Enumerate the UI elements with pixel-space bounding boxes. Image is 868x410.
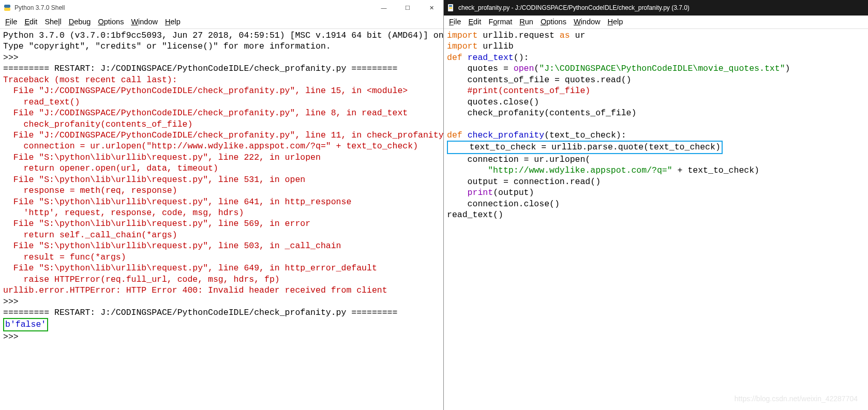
code-text: )	[785, 64, 790, 73]
code-text: urllib	[477, 41, 513, 51]
shell-output: b'false'	[5, 320, 46, 329]
close-button[interactable]: ✕	[420, 0, 443, 16]
code-text: + text_to_check)	[672, 165, 759, 175]
code-text: check_profanity(contents_of_file)	[447, 108, 636, 118]
window-controls: — ☐ ✕	[372, 0, 443, 16]
traceback-head: Traceback (most recent call last):	[3, 75, 177, 85]
code-text: connection = ur.urlopen(	[447, 155, 590, 164]
kw-import: import	[447, 41, 477, 51]
menu-file[interactable]: File	[449, 18, 461, 26]
shell-header-1: Python 3.7.0 (v3.7.0:1bf9cc5093, Jun 27 …	[3, 31, 443, 40]
svg-rect-0	[4, 5, 10, 8]
tb-4b: return opener.open(url, data, timeout)	[3, 163, 218, 173]
code-text: quotes =	[447, 64, 514, 73]
fn-check: check_profanity	[468, 130, 545, 140]
code-text: text_to_check = urllib.parse.quote(text_…	[449, 142, 721, 152]
code-text: ur	[570, 31, 586, 40]
restart-line: ========= RESTART: J:/CODINGSPACE/Python…	[3, 64, 397, 73]
tb-9a: File "S:\python\lib\urllib\request.py", …	[3, 263, 377, 273]
editor-window: check_profanity.py - J:/CODINGSPACE/Pyth…	[444, 0, 868, 410]
tb-6b: 'http', request, response, code, msg, hd…	[3, 208, 244, 218]
tb-3b: connection = ur.urlopen("http://www.wdyl…	[3, 141, 418, 151]
comment: #print(contents_of_file)	[447, 86, 590, 96]
code-text	[447, 188, 468, 198]
bi-print: print	[468, 188, 493, 198]
tb-1b: read_text()	[3, 97, 80, 107]
menu-shell[interactable]: Shell	[44, 18, 61, 26]
str-path: "J:\CODINGSPACE\PythonCodeIDLE\movie_quo…	[539, 64, 785, 73]
svg-rect-1	[4, 8, 10, 11]
minimize-button[interactable]: —	[372, 0, 396, 16]
highlighted-line: text_to_check = urllib.parse.quote(text_…	[447, 141, 723, 154]
editor-titlebar[interactable]: check_profanity.py - J:/CODINGSPACE/Pyth…	[444, 0, 868, 16]
menu-options[interactable]: Options	[98, 18, 124, 26]
tb-8a: File "S:\python\lib\urllib\request.py", …	[3, 241, 341, 251]
shell-prompt: >>>	[3, 53, 24, 63]
code-text: connection.close()	[447, 199, 560, 209]
tb-7b: return self._call_chain(*args)	[3, 230, 177, 240]
tb-1a: File "J:/CODINGSPACE/PythonCodeIDLE/chec…	[3, 86, 408, 96]
code-text: (	[534, 64, 539, 73]
shell-header-2: Type "copyright", "credits" or "license(…	[3, 41, 331, 51]
shell-titlebar[interactable]: Python 3.7.0 Shell — ☐ ✕	[0, 0, 443, 16]
tb-8b: result = func(*args)	[3, 252, 126, 262]
tb-2a: File "J:/CODINGSPACE/PythonCodeIDLE/chec…	[3, 108, 408, 118]
menu-run[interactable]: Run	[519, 18, 533, 26]
svg-rect-4	[449, 7, 452, 9]
maximize-button[interactable]: ☐	[396, 0, 420, 16]
code-text: quotes.close()	[447, 97, 539, 107]
tb-tail: urllib.error.HTTPError: HTTP Error 400: …	[3, 285, 387, 295]
menu-options[interactable]: Options	[541, 18, 566, 26]
tb-9b: raise HTTPError(req.full_url, code, msg,…	[3, 275, 280, 284]
menu-window[interactable]: Window	[131, 18, 158, 26]
kw-import: import	[447, 31, 477, 40]
kw-as: as	[560, 31, 570, 40]
shell-prompt: >>>	[3, 332, 24, 342]
shell-menubar: File Edit Shell Debug Options Window Hel…	[0, 16, 443, 29]
fn-read: read_text	[468, 53, 514, 63]
shell-prompt: >>>	[3, 297, 24, 307]
python-file-icon	[447, 4, 455, 12]
tb-4a: File "S:\python\lib\urllib\request.py", …	[3, 153, 321, 162]
tb-7a: File "S:\python\lib\urllib\request.py", …	[3, 219, 310, 229]
code-text: output = connection.read()	[447, 177, 601, 187]
code-text: (output)	[493, 188, 534, 198]
shell-title: Python 3.7.0 Shell	[14, 4, 372, 11]
menu-edit[interactable]: Edit	[24, 18, 37, 26]
menu-format[interactable]: Format	[488, 18, 512, 26]
kw-def: def	[447, 53, 462, 63]
tb-6a: File "S:\python\lib\urllib\request.py", …	[3, 197, 351, 207]
shell-window: Python 3.7.0 Shell — ☐ ✕ File Edit Shell…	[0, 0, 444, 410]
menu-debug[interactable]: Debug	[69, 18, 91, 26]
editor-title: check_profanity.py - J:/CODINGSPACE/Pyth…	[458, 4, 868, 11]
menu-help[interactable]: Help	[165, 18, 181, 26]
menu-edit[interactable]: Edit	[468, 18, 481, 26]
code-text	[447, 165, 488, 175]
code-text: read_text()	[447, 210, 503, 220]
menu-file[interactable]: File	[5, 18, 17, 26]
bi-open: open	[514, 64, 534, 73]
str-url: "http://www.wdylike.appspot.com/?q="	[488, 165, 672, 175]
editor-content[interactable]: import urllib.request as ur import urlli…	[444, 29, 868, 410]
restart-line-2: ========= RESTART: J:/CODINGSPACE/Python…	[3, 308, 397, 317]
code-text: (text_to_check):	[544, 130, 626, 140]
python-icon	[3, 4, 11, 12]
svg-rect-3	[449, 5, 452, 7]
code-text: urllib.request	[477, 31, 559, 40]
tb-5b: response = meth(req, response)	[3, 186, 177, 195]
code-text: contents_of_file = quotes.read()	[447, 75, 631, 85]
shell-content[interactable]: Python 3.7.0 (v3.7.0:1bf9cc5093, Jun 27 …	[0, 29, 443, 410]
tb-5a: File "S:\python\lib\urllib\request.py", …	[3, 175, 305, 185]
kw-def: def	[447, 130, 462, 140]
menu-window[interactable]: Window	[574, 18, 601, 26]
code-text: ():	[514, 53, 529, 63]
tb-3a: File "J:/CODINGSPACE/PythonCodeIDLE/chec…	[3, 130, 443, 140]
menu-help[interactable]: Help	[608, 18, 623, 26]
tb-2b: check_profanity(contents_of_file)	[3, 119, 192, 129]
editor-menubar: File Edit Format Run Options Window Help	[444, 16, 868, 29]
